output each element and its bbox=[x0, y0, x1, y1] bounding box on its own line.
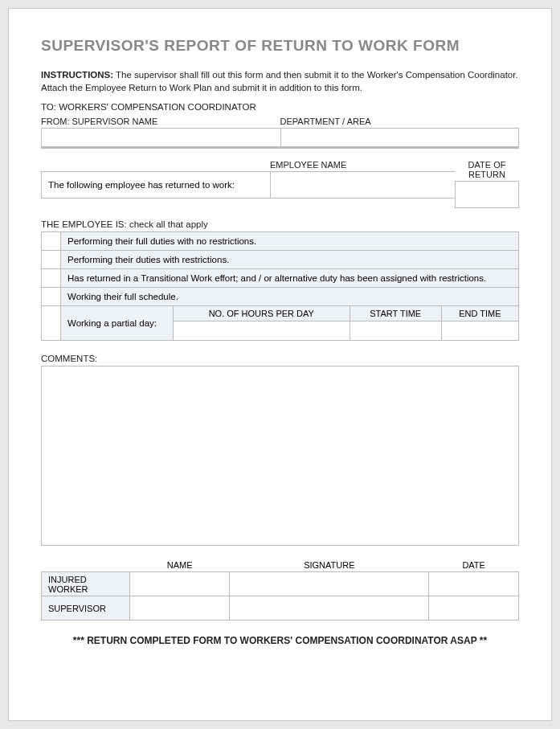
from-row: FROM: SUPERVISOR NAME DEPARTMENT / AREA bbox=[41, 117, 519, 149]
employee-name-label: EMPLOYEE NAME bbox=[270, 160, 455, 171]
option-0: Performing their full duties with no res… bbox=[61, 232, 519, 251]
from-supervisor-label: FROM: SUPERVISOR NAME bbox=[41, 117, 280, 126]
sig-supervisor-date-input[interactable] bbox=[429, 596, 519, 620]
sig-signature-header: SIGNATURE bbox=[230, 560, 429, 572]
comments-label: COMMENTS: bbox=[41, 354, 519, 363]
employee-blank-header bbox=[41, 160, 270, 171]
employee-name-input[interactable] bbox=[270, 171, 455, 199]
from-supervisor-col: FROM: SUPERVISOR NAME bbox=[41, 117, 280, 149]
instructions: INSTRUCTIONS: The supervisor shall fill … bbox=[41, 69, 519, 94]
page-title: SUPERVISOR'S REPORT OF RETURN TO WORK FO… bbox=[41, 37, 519, 55]
checkbox-2[interactable] bbox=[42, 269, 61, 288]
employee-row: The following employee has returned to w… bbox=[41, 160, 519, 208]
check-row-3: Working their full schedule. bbox=[42, 288, 519, 306]
employee-text: The following employee has returned to w… bbox=[41, 171, 270, 199]
sig-supervisor-label: SUPERVISOR bbox=[42, 596, 130, 620]
check-row-2: Has returned in a Transitional Work effo… bbox=[42, 269, 519, 288]
check-section-label: THE EMPLOYEE IS: check all that apply bbox=[41, 219, 519, 229]
option-1: Performing their duties with restriction… bbox=[61, 251, 519, 269]
check-table: Performing their full duties with no res… bbox=[41, 231, 519, 341]
from-department-label: DEPARTMENT / AREA bbox=[280, 117, 520, 126]
instructions-text: The supervisor shall fill out this form … bbox=[41, 70, 518, 92]
sig-injured-label: INJURED WORKER bbox=[42, 572, 130, 596]
partial-label: Working a partial day: bbox=[61, 306, 174, 341]
sig-injured-signature-input[interactable] bbox=[230, 572, 429, 596]
from-department-input[interactable] bbox=[280, 128, 520, 149]
check-row-0: Performing their full duties with no res… bbox=[42, 232, 519, 251]
sig-header-row: NAME SIGNATURE DATE bbox=[42, 560, 519, 572]
instructions-label: INSTRUCTIONS: bbox=[41, 70, 113, 80]
to-line: TO: WORKERS' COMPENSATION COORDINATOR bbox=[41, 102, 519, 112]
option-3: Working their full schedule. bbox=[61, 288, 519, 306]
sig-supervisor-row: SUPERVISOR bbox=[42, 596, 519, 620]
sig-supervisor-signature-input[interactable] bbox=[230, 596, 429, 620]
end-header: END TIME bbox=[441, 306, 518, 321]
sig-date-header: DATE bbox=[429, 560, 519, 572]
employee-name-col: EMPLOYEE NAME bbox=[270, 160, 455, 208]
from-supervisor-input[interactable] bbox=[41, 128, 280, 149]
hours-input[interactable] bbox=[174, 321, 350, 341]
form-page: SUPERVISOR'S REPORT OF RETURN TO WORK FO… bbox=[8, 8, 552, 721]
from-department-col: DEPARTMENT / AREA bbox=[280, 117, 520, 149]
hours-header: NO. OF HOURS PER DAY bbox=[174, 306, 350, 321]
sig-supervisor-name-input[interactable] bbox=[130, 596, 230, 620]
start-input[interactable] bbox=[349, 321, 441, 341]
option-2: Has returned in a Transitional Work effo… bbox=[61, 269, 519, 288]
sig-injured-name-input[interactable] bbox=[130, 572, 230, 596]
sig-injured-row: INJURED WORKER bbox=[42, 572, 519, 596]
sig-injured-date-input[interactable] bbox=[429, 572, 519, 596]
sig-name-header: NAME bbox=[130, 560, 230, 572]
employee-date-input[interactable] bbox=[455, 181, 519, 208]
employee-date-label: DATE OF RETURN bbox=[455, 160, 519, 181]
comments-input[interactable] bbox=[41, 366, 519, 546]
end-input[interactable] bbox=[441, 321, 518, 341]
sig-blank-header bbox=[42, 560, 130, 572]
checkbox-0[interactable] bbox=[42, 232, 61, 251]
signature-table: NAME SIGNATURE DATE INJURED WORKER SUPER… bbox=[41, 560, 519, 620]
start-header: START TIME bbox=[349, 306, 441, 321]
checkbox-3[interactable] bbox=[42, 288, 61, 306]
employee-date-col: DATE OF RETURN bbox=[455, 160, 519, 208]
employee-text-col: The following employee has returned to w… bbox=[41, 160, 270, 208]
checkbox-1[interactable] bbox=[42, 251, 61, 269]
footer-text: *** RETURN COMPLETED FORM TO WORKERS' CO… bbox=[41, 635, 519, 646]
check-row-partial-header: Working a partial day: NO. OF HOURS PER … bbox=[42, 306, 519, 321]
checkbox-4[interactable] bbox=[42, 306, 61, 341]
check-row-1: Performing their duties with restriction… bbox=[42, 251, 519, 269]
